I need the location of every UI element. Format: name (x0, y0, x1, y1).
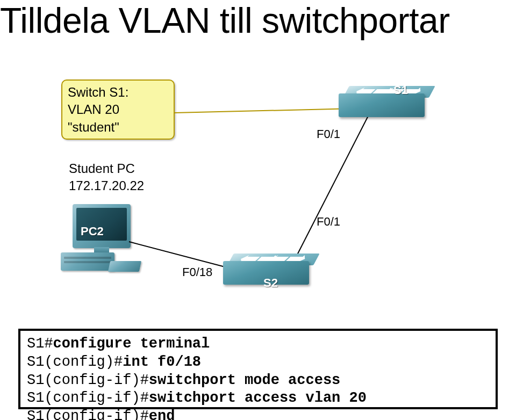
port-label-s1-f01: F0/1 (317, 127, 340, 141)
callout-line-2: VLAN 20 (68, 101, 168, 118)
pc-monitor-icon: PC2 (73, 204, 131, 248)
port-label-s2-f01: F0/1 (317, 215, 340, 229)
callout-switch-s1: Switch S1: VLAN 20 "student" (61, 79, 175, 140)
pc-screen: PC2 (76, 208, 127, 241)
cli-prompt: S1# (27, 336, 53, 352)
switch-s1-label: S1 (393, 83, 408, 97)
cli-cmd: configure terminal (53, 336, 210, 352)
cli-line-1: S1#configure terminal (27, 335, 489, 353)
cli-line-5: S1(config-if)#end (27, 408, 489, 420)
port-label-s2-f018: F0/18 (182, 265, 212, 279)
svg-line-0 (129, 242, 231, 269)
cli-cmd: end (149, 408, 175, 420)
cli-prompt: S1(config)# (27, 354, 123, 370)
cli-prompt: S1(config-if)# (27, 372, 149, 388)
cli-cmd: switchport mode access (149, 372, 340, 388)
callout-line-1: Switch S1: (68, 84, 168, 101)
cli-prompt: S1(config-if)# (27, 408, 149, 420)
switch-s1-icon (339, 86, 435, 118)
pc-name: Student PC (69, 160, 144, 177)
svg-line-2 (175, 108, 355, 113)
callout-line-3: "student" (68, 119, 168, 136)
pc-label: Student PC 172.17.20.22 (69, 160, 144, 195)
cli-cmd: switchport access vlan 20 (149, 390, 367, 406)
pc-ip: 172.17.20.22 (69, 177, 144, 194)
pc-keyboard-icon (108, 261, 141, 272)
cli-line-2: S1(config)#int f0/18 (27, 353, 489, 372)
switch-arrows-icon (343, 85, 438, 93)
page-title: Tilldela VLAN till switchportar (0, 0, 450, 41)
pc-icon: PC2 (61, 204, 141, 277)
cli-line-3: S1(config-if)#switchport mode access (27, 372, 489, 390)
cli-output-box: S1#configure terminal S1(config)#int f0/… (18, 329, 498, 409)
pc-box-label: PC2 (81, 225, 104, 238)
pc-base-icon (61, 252, 114, 271)
cli-line-4: S1(config-if)#switchport access vlan 20 (27, 389, 489, 408)
switch-s2-label: S2 (263, 276, 278, 290)
switch-body-icon (339, 93, 425, 117)
switch-arrows-icon (227, 252, 322, 261)
cli-prompt: S1(config-if)# (27, 390, 149, 406)
cli-cmd: int f0/18 (123, 354, 201, 370)
